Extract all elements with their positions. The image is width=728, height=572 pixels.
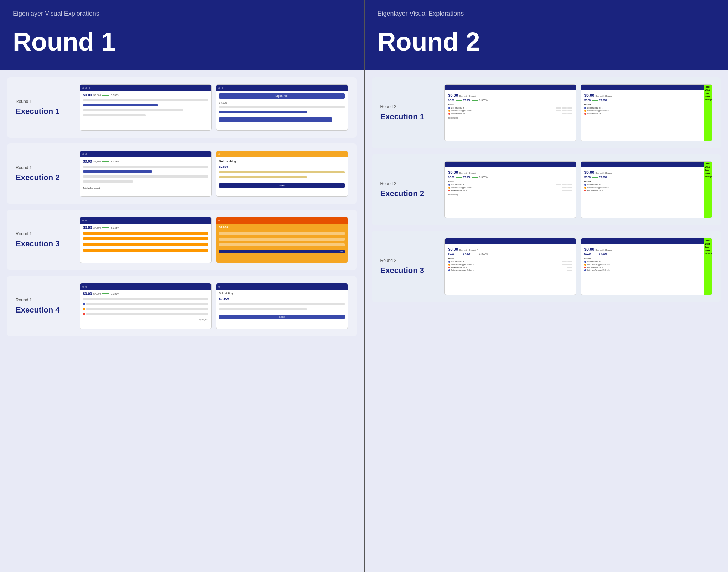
e3-l2 — [83, 237, 208, 240]
r1t1-item2-text: Coinbase Wrapped Staked → — [451, 110, 475, 112]
r2b3 — [567, 184, 572, 185]
thumb-pct: 3.333% — [111, 94, 119, 96]
e4-amount: $7,800 — [93, 293, 101, 295]
left-exec4-round-tag: Round 1 — [16, 298, 73, 303]
thumb-line3 — [83, 109, 183, 111]
r1t2-val1: $0.00 — [584, 99, 591, 101]
r3t2-dot1 — [584, 261, 586, 263]
r1t2-wallet-label: Wallet — [584, 104, 703, 106]
r2t1-item1: Lido Staked ETH → — [448, 184, 572, 186]
left-exec3-thumbnails: $0.00 $7,800 3.333% — [80, 217, 348, 263]
right-exec2-title: Execution 2 — [380, 189, 437, 198]
e3-footer-val: $0.00 — [219, 250, 344, 253]
r2t2-item3-text: Rocket Pool ETH → — [587, 189, 603, 191]
left-exec2-round-tag: Round 1 — [16, 165, 73, 170]
r3t1-staked-label: Currently Staked * — [459, 249, 478, 251]
thumb-staked: $0.00 — [83, 93, 92, 97]
stats-row2: $7,800 — [219, 101, 344, 104]
t2-line3 — [219, 117, 332, 122]
r2b1 — [556, 184, 561, 185]
r3b5 — [567, 267, 572, 268]
r1t2-item3-text: Rocket Pool ETH → — [587, 112, 603, 115]
b2 — [562, 107, 567, 109]
e3d1 — [82, 220, 84, 221]
e2-l3 — [83, 175, 208, 178]
e2-arrow — [102, 161, 109, 162]
right-exec2-thumb1-header — [445, 162, 576, 167]
r1t2-staked: $0.00 Currently Staked — [584, 93, 703, 98]
e2-l1 — [83, 166, 208, 168]
b5 — [562, 110, 567, 111]
r1t1-val2: $7,800 — [463, 99, 470, 101]
r3t1-wallet-label: Wallet — [448, 257, 572, 259]
r2t2-item1: Lido Staked ETH → — [584, 184, 703, 186]
r3t1-arrow2 — [472, 254, 478, 254]
e4t2-l1 — [219, 303, 344, 305]
r1t1-staked-label: Currently Staked — [459, 95, 476, 97]
e3-l3 — [83, 243, 208, 246]
right-exec3-thumb1: $0.00 Currently Staked * $0.00 $7,800 3.… — [444, 238, 576, 295]
b3 — [567, 107, 572, 109]
e2-footer: Total value locked — [83, 187, 208, 189]
e2-amount: $7,800 — [93, 160, 101, 163]
left-exec3-thumb1: $0.00 $7,800 3.333% — [80, 217, 212, 263]
stats-row: $0.00 $7,800 3.333% — [83, 93, 208, 97]
r2t1-dot1 — [448, 184, 450, 186]
r1t2-item2-text: Coinbase Wrapped Staked → — [587, 110, 611, 112]
nav3-docs: Docs — [705, 246, 711, 248]
r3t1-item3: Rocket Pool ETH → — [448, 266, 572, 268]
e3-main-val: $7,800 — [219, 226, 344, 229]
r1t2-val2: $7,800 — [599, 99, 607, 101]
r2t2-item3: Rocket Pool ETH → — [584, 189, 703, 191]
r2t1-item3-text: Rocket Pool ETH → — [451, 189, 467, 191]
r2t1-stats-row: $0.00 $7,800 3.333% — [448, 176, 572, 178]
dot3 — [89, 87, 90, 89]
right-exec3-title: Execution 3 — [380, 266, 437, 275]
left-exec1-label-area: Round 1 Execution 1 — [16, 99, 73, 116]
r3t2-staked: $0.00 Currently Staked — [584, 247, 703, 251]
right-exec1-thumb2-body: $0.00 Currently Staked $0.00 $7,800 Wall… — [581, 90, 712, 118]
r3t2-wallet-label: Wallet — [584, 257, 703, 259]
r2t1-staked-label: Currently Staked — [459, 172, 476, 174]
e3y-l1 — [219, 232, 344, 235]
r2t1-footer: Solo Staking — [448, 194, 572, 196]
r2t1-item2: Coinbase Wrapped Staked → — [448, 187, 572, 189]
r3b3 — [562, 264, 567, 265]
e4-dot1 — [83, 303, 85, 305]
right-execution-3-row: Round 2 Execution 3 $0.00 Currently Stak… — [372, 231, 721, 302]
r2t2-item2: Coinbase Wrapped Staked → — [584, 187, 703, 189]
r1t1-item1: Lido Staked ETH → — [448, 107, 572, 109]
r3t2-item2-text: Coinbase Wrapped Staked → — [587, 263, 611, 266]
e4-item1 — [83, 303, 208, 305]
r2t1-staked: $0.00 Currently Staked — [448, 170, 572, 174]
dot4 — [218, 87, 220, 89]
r2b5 — [567, 187, 572, 188]
e4-item2 — [83, 308, 208, 310]
b4 — [556, 110, 561, 111]
left-exec3-thumb2-header — [216, 217, 347, 224]
right-exec2-thumb2: $0.00 Currently Staked $0.00 $7,800 Wall… — [581, 161, 712, 218]
right-exec2-green-nav: Home Wallet Docs Notific... Settings — [704, 162, 712, 218]
r2t2-val1: $0.00 — [584, 176, 591, 178]
r2t2-dot1 — [584, 184, 586, 186]
nav2-docs: Docs — [705, 169, 711, 171]
right-exec2-thumb2-header — [581, 162, 712, 167]
r2t1-dot3 — [448, 190, 450, 191]
right-exec1-green-nav: Home Wallet Docs Notific... Settings — [704, 85, 712, 141]
r1t1-arrow — [456, 100, 462, 101]
r1t2-item1-text: Lido Staked ETH → — [587, 107, 603, 109]
right-exec1-title: Execution 1 — [380, 112, 437, 121]
r1t1-dot3 — [448, 113, 450, 115]
left-exec2-label-area: Round 1 Execution 2 — [16, 165, 73, 182]
r3t1-dot4 — [448, 269, 450, 271]
right-subtitle: Eigenlayer Visual Explorations — [378, 10, 716, 17]
nav-docs: Docs — [705, 92, 711, 94]
b1 — [556, 107, 561, 109]
nav2-settings: Settings — [705, 175, 711, 178]
right-exec1-thumb1: $0.00 Currently Staked $0.00 $7,800 3.33… — [444, 84, 576, 141]
left-exec4-thumb2-body: Solo staking $7,800 Stake — [216, 290, 347, 321]
right-exec3-thumb1-body: $0.00 Currently Staked * $0.00 $7,800 3.… — [445, 244, 576, 275]
left-exec2-thumb1: $0.00 $7,800 3.333% Total value locked — [80, 151, 212, 197]
left-exec3-thumb2-body: $7,800 $0.00 — [216, 224, 347, 256]
nav3-settings: Settings — [705, 252, 711, 254]
